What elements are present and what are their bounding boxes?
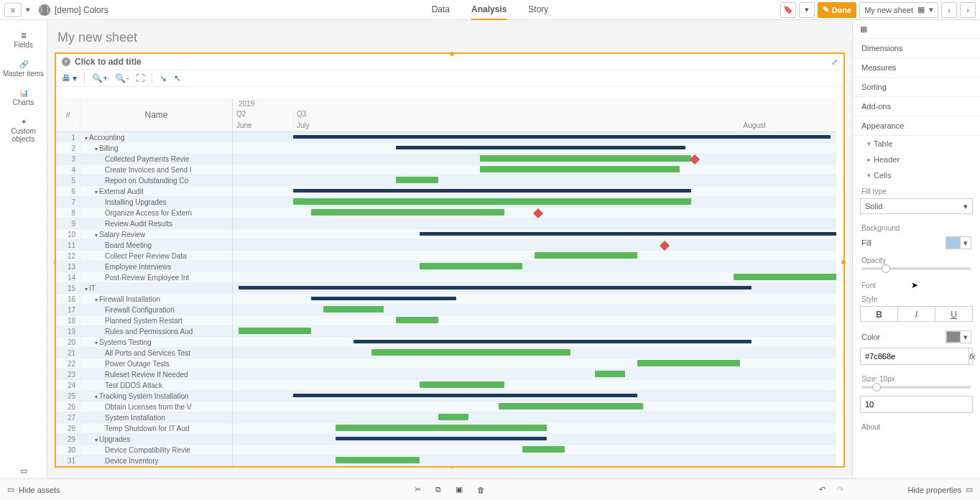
nav-analysis[interactable]: Analysis [471,0,507,20]
bookmark-caret[interactable]: ▾ [799,2,815,18]
hamburger-menu[interactable]: ≡ [4,3,22,17]
prev-sheet-button[interactable]: ‹ [941,2,957,18]
nav-story[interactable]: Story [528,0,548,20]
sheet-selector[interactable]: My new sheet ▦ ▾ [859,2,938,18]
bookmark-button[interactable]: 🔖 [780,2,796,18]
app-title: [demo] Colors [55,5,108,15]
nav-data[interactable]: Data [432,0,450,20]
done-button[interactable]: ✎Done [818,2,857,18]
menu-caret[interactable]: ▾ [23,5,33,14]
app-badge-icon: ⋮⋮ [39,4,50,16]
next-sheet-button[interactable]: › [960,2,976,18]
